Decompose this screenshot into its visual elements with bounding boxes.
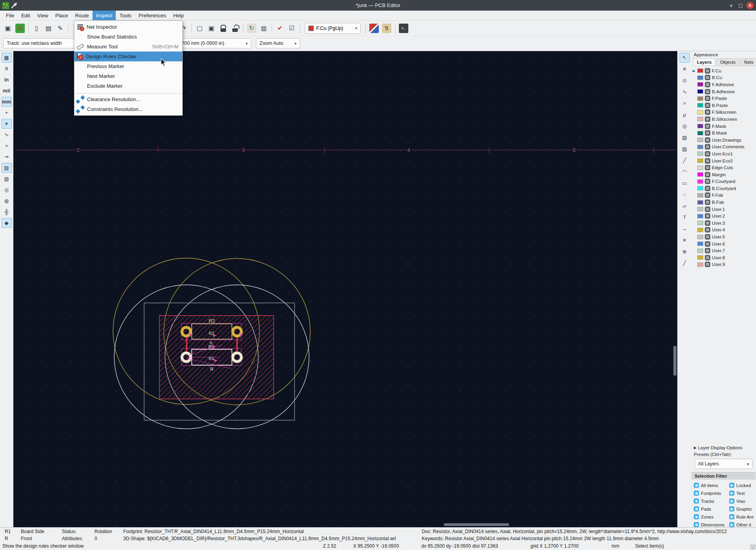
layer-color-swatch[interactable]	[697, 89, 703, 94]
appearance-tab[interactable]: Layers	[693, 58, 715, 66]
layer-color-swatch[interactable]	[697, 131, 703, 135]
zoom-preset-selector[interactable]: Zoom Auto ▾	[256, 38, 300, 48]
layer-visibility-eye-icon[interactable]	[705, 165, 710, 170]
route-options-icon[interactable]: ↯	[382, 24, 391, 33]
close-button[interactable]: ×	[747, 2, 754, 9]
layer-color-swatch[interactable]	[697, 110, 703, 114]
layer-row[interactable]: ▶ F.Cu	[692, 67, 756, 74]
checkbox-checked-icon[interactable]	[694, 491, 699, 496]
layer-visibility-eye-icon[interactable]	[705, 75, 710, 80]
select-items-icon[interactable]: ▣	[206, 23, 217, 34]
sep[interactable]	[300, 24, 300, 33]
menubar-item[interactable]: Edit	[18, 11, 33, 20]
filter-checkbox-item[interactable]: Other it	[729, 522, 756, 527]
layer-row[interactable]: ▶ F.Courtyard	[692, 178, 756, 185]
filter-checkbox-item[interactable]: Locked	[729, 483, 756, 488]
filter-checkbox-item[interactable]: Dimensions	[694, 522, 729, 527]
checkbox-checked-icon[interactable]	[729, 506, 734, 511]
sep[interactable]	[243, 24, 243, 33]
layer-row[interactable]: ▶ F.Fab	[692, 192, 756, 199]
save-icon[interactable]: ▣	[2, 23, 13, 34]
draw-rectangle-icon[interactable]: ▭	[680, 178, 690, 188]
draw-arc-icon[interactable]: ◠	[680, 167, 690, 177]
layer-row[interactable]: ▶ User.6	[692, 240, 756, 247]
pcb-canvas[interactable]: 2 3 4 5	[13, 51, 677, 527]
layer-color-swatch[interactable]	[697, 207, 703, 211]
layer-color-swatch[interactable]	[697, 235, 703, 239]
layer-visibility-eye-icon[interactable]	[705, 207, 710, 212]
origin-tool-icon[interactable]: ⊕	[680, 247, 690, 257]
layer-visibility-eye-icon[interactable]	[705, 192, 710, 198]
layer-visibility-eye-icon[interactable]	[705, 255, 710, 260]
menu-item[interactable]: Next Marker	[74, 71, 182, 81]
layer-row[interactable]: ▶ User.8	[692, 254, 756, 261]
layer-visibility-eye-icon[interactable]	[705, 109, 710, 115]
menubar-item[interactable]: Help	[170, 11, 187, 20]
layer-row[interactable]: ▶ User.Drawings	[692, 137, 756, 144]
layer-visibility-eye-icon[interactable]	[705, 68, 710, 74]
active-layer-selector[interactable]: F.Cu (PgUp) ▾	[305, 23, 361, 34]
layer-color-swatch[interactable]	[697, 159, 703, 163]
filter-checkbox-item[interactable]: All items	[694, 483, 729, 488]
filter-checkbox-item[interactable]: Zones	[694, 514, 729, 519]
sep[interactable]	[28, 24, 29, 33]
layer-color-swatch[interactable]	[697, 151, 703, 156]
layer-visibility-eye-icon[interactable]	[705, 172, 710, 177]
layer-color-swatch[interactable]	[697, 166, 703, 170]
layer-row[interactable]: ▶ F.Paste	[692, 95, 756, 102]
board-setup-icon[interactable]: ⚙	[15, 24, 25, 33]
show-schematic-icon[interactable]: ▥	[258, 23, 269, 34]
filter-checkbox-item[interactable]: Rule Are	[729, 514, 756, 519]
layer-row[interactable]: ▶ F.Adhesive	[692, 81, 756, 88]
layer-visibility-eye-icon[interactable]	[705, 213, 710, 219]
layers-manager-icon[interactable]: ◆	[2, 218, 12, 228]
layer-color-swatch[interactable]	[697, 138, 703, 142]
vertical-scrollbar[interactable]	[673, 346, 676, 376]
draw-line-icon[interactable]: ╱	[680, 155, 690, 165]
ratsnest-visibility-icon[interactable]: ✶	[2, 119, 12, 129]
layer-color-swatch[interactable]	[697, 193, 703, 197]
add-via-icon[interactable]: ◎	[680, 121, 690, 131]
layer-color-swatch[interactable]	[697, 221, 703, 225]
layer-row[interactable]: ▶ User.2	[692, 212, 756, 220]
layer-row[interactable]: ▶ B.Mask	[692, 129, 756, 137]
layer-color-swatch[interactable]	[697, 262, 703, 267]
checkbox-checked-icon[interactable]	[694, 514, 699, 519]
layer-color-swatch[interactable]	[697, 103, 703, 107]
layer-visibility-eye-icon[interactable]	[705, 248, 710, 253]
layer-pair-icon[interactable]	[369, 24, 379, 33]
layer-row[interactable]: ▶ User.5	[692, 233, 756, 240]
route-diff-pair-icon[interactable]: ≈	[680, 98, 690, 108]
draw-circle-icon[interactable]: ○	[680, 190, 690, 199]
menubar-item[interactable]: Preferences	[135, 11, 170, 20]
layer-row[interactable]: ▶ B.Paste	[692, 102, 756, 109]
layer-visibility-eye-icon[interactable]	[705, 130, 710, 136]
grid-settings-icon[interactable]: ▦	[2, 53, 12, 63]
filter-checkbox-item[interactable]: Text	[729, 491, 756, 496]
filter-checkbox-item[interactable]: Pads	[694, 506, 729, 511]
layer-color-swatch[interactable]	[697, 179, 703, 184]
drc-markers-icon[interactable]: ☑	[286, 23, 297, 34]
layer-color-swatch[interactable]	[697, 124, 703, 128]
checkbox-checked-icon[interactable]	[729, 483, 734, 488]
checkbox-checked-icon[interactable]	[694, 506, 699, 511]
layer-visibility-eye-icon[interactable]	[705, 103, 710, 108]
layer-display-options[interactable]: ▶ Layer Display Options	[691, 444, 756, 451]
filter-checkbox-item[interactable]: Footprints	[694, 491, 729, 496]
layer-color-swatch[interactable]	[697, 249, 703, 253]
presets-selector[interactable]: All Layers ▾	[695, 459, 752, 469]
route-tracks-icon[interactable]: ∿	[680, 87, 690, 97]
layer-row[interactable]: ▶ User.Eco1	[692, 150, 756, 157]
layer-visibility-eye-icon[interactable]	[705, 241, 710, 247]
highlight-net-tool-icon[interactable]: ⊙	[680, 76, 690, 85]
layer-color-swatch[interactable]	[697, 186, 703, 190]
menubar-item[interactable]: View	[33, 11, 52, 20]
layer-visibility-eye-icon[interactable]	[705, 158, 710, 164]
menu-item[interactable]: Net Inspector	[74, 22, 182, 32]
checkbox-checked-icon[interactable]	[729, 522, 734, 527]
delete-tool-icon[interactable]: ✕	[680, 235, 690, 245]
select-area-icon[interactable]: ▢	[194, 23, 205, 34]
page-settings-icon[interactable]: ▯	[31, 23, 42, 34]
menu-item[interactable]: Exclude Marker	[74, 81, 182, 91]
layer-row[interactable]: ▶ Edge.Cuts	[692, 164, 756, 171]
